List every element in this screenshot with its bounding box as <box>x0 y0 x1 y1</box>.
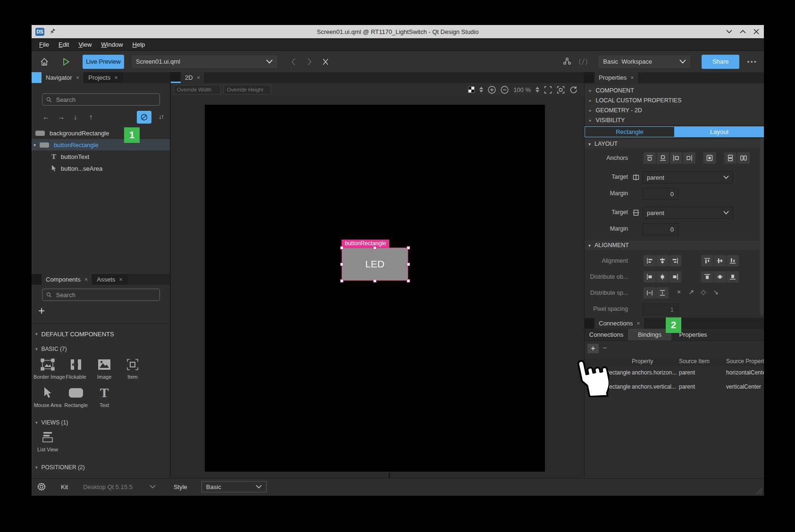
qml-screen[interactable]: buttonRectangle LED <box>205 105 545 472</box>
align-left-button[interactable] <box>644 255 656 266</box>
tab-2d[interactable]: 2D× <box>181 72 205 83</box>
background-spinner[interactable] <box>479 87 483 92</box>
section-positioner[interactable]: ▾ POSITIONER (2) <box>32 463 170 472</box>
kit-settings-button[interactable] <box>33 479 50 494</box>
subtab-bindings[interactable]: Bindings <box>628 329 671 341</box>
spacing-none-icon[interactable]: × <box>673 288 685 296</box>
pixel-spacing-field[interactable]: 1 <box>643 303 678 316</box>
tree-item-buttonRectangle[interactable]: ▾ buttonRectangle <box>32 139 170 150</box>
override-width-input[interactable] <box>174 85 221 94</box>
section-visibility[interactable]: ▸VISIBILITY <box>585 115 764 125</box>
menu-edit[interactable]: Edit <box>54 41 74 48</box>
menu-window[interactable]: Window <box>96 41 127 48</box>
panel-drag-handle[interactable] <box>32 72 42 83</box>
close-tab-icon[interactable]: × <box>84 276 88 283</box>
distribute-top-button[interactable] <box>701 271 713 283</box>
live-preview-button[interactable]: Live Preview <box>83 55 124 69</box>
subtab-connections[interactable]: Connections <box>585 329 628 341</box>
section-local-custom-properties[interactable]: ▸LOCAL CUSTOM PROPERTIES <box>585 95 764 106</box>
close-document-icon[interactable] <box>318 54 334 69</box>
background-color-swatch[interactable] <box>468 86 475 93</box>
remove-binding-button[interactable]: − <box>603 344 607 352</box>
align-horizontal-center-button[interactable] <box>656 255 669 266</box>
tab-connections[interactable]: Connections× <box>594 318 645 329</box>
section-default-components[interactable]: ▾ DEFAULT COMPONENTS <box>32 329 170 339</box>
window-resize-grip[interactable] <box>755 487 763 495</box>
selection-handle[interactable] <box>407 263 410 266</box>
button-rectangle[interactable]: LED <box>342 248 408 281</box>
section-basic[interactable]: ▾ BASIC (7) <box>32 344 170 354</box>
tab-assets[interactable]: Assets× <box>92 274 127 285</box>
anchor-bottom-button[interactable] <box>657 152 669 164</box>
tab-rectangle[interactable]: Rectangle <box>585 126 675 137</box>
section-geometry-2d[interactable]: ▸GEOMETRY - 2D <box>585 105 764 116</box>
move-left-icon[interactable]: ← <box>42 113 50 121</box>
kit-dropdown[interactable]: Desktop Qt 5.15.5 <box>83 483 133 490</box>
maximize-button[interactable] <box>740 30 746 33</box>
fit-to-screen-icon[interactable] <box>544 86 552 94</box>
component-list-view[interactable]: List View <box>33 430 62 452</box>
properties-scrollbar[interactable] <box>760 138 763 315</box>
navigator-search-input[interactable] <box>55 96 156 104</box>
distribute-left-button[interactable] <box>644 271 656 283</box>
chevron-down-icon[interactable] <box>150 485 156 489</box>
selection-handle[interactable] <box>373 279 377 283</box>
spacing-down-right-icon[interactable]: ↘ <box>710 288 721 296</box>
tree-item-backgroundRectangle[interactable]: backgroundRectangle <box>32 127 170 139</box>
margin-field[interactable]: 0 <box>643 223 678 235</box>
sort-order-icon[interactable]: ↓↑ <box>159 113 163 120</box>
close-tab-icon[interactable]: × <box>630 74 634 81</box>
zoom-spinner[interactable] <box>536 87 539 92</box>
zoom-in-icon[interactable] <box>488 86 496 94</box>
component-border-image[interactable]: Border Image <box>33 357 62 380</box>
close-tab-icon[interactable]: × <box>119 276 123 283</box>
canvas-viewport[interactable]: buttonRectangle LED <box>171 96 584 480</box>
minimize-button[interactable] <box>726 30 732 33</box>
anchor-vertical-center-button[interactable] <box>724 152 736 164</box>
component-image[interactable]: Image <box>90 357 118 380</box>
distribute-right-button[interactable] <box>669 271 681 283</box>
distribute-vertical-center-button[interactable] <box>714 271 726 283</box>
anchor-horizontal-center-button[interactable] <box>737 152 750 164</box>
run-button[interactable] <box>58 54 74 69</box>
align-vertical-center-button[interactable] <box>714 255 726 266</box>
zoom-selection-icon[interactable] <box>557 86 565 94</box>
distribute-spacing-horizontal-button[interactable] <box>644 287 656 299</box>
workspaces-icon[interactable] <box>559 54 575 69</box>
share-button[interactable]: Share <box>702 55 739 69</box>
align-right-button[interactable] <box>669 255 681 266</box>
move-down-icon[interactable]: ↓ <box>74 113 77 121</box>
tree-item-buttonMouseArea[interactable]: button...seArea <box>32 163 170 174</box>
spacing-diamond-icon[interactable]: ◇ <box>698 288 709 296</box>
forward-button[interactable] <box>301 54 318 69</box>
navigator-search[interactable] <box>42 93 160 106</box>
component-mouse-area[interactable]: Mouse Area <box>33 385 62 408</box>
binding-row[interactable]: buttonRectangle anchors.horizon... paren… <box>585 369 764 379</box>
spacing-up-right-icon[interactable]: ↗ <box>686 288 697 296</box>
panel-drag-handle[interactable] <box>171 72 181 83</box>
close-tab-icon[interactable]: × <box>636 320 640 327</box>
menu-file[interactable]: File <box>34 41 54 48</box>
menu-help[interactable]: Help <box>128 41 150 48</box>
margin-field[interactable]: 0 <box>643 188 678 200</box>
tree-item-buttonText[interactable]: T buttonText <box>32 151 170 162</box>
close-tab-icon[interactable]: × <box>76 74 80 81</box>
distribute-bottom-button[interactable] <box>727 271 739 283</box>
tab-navigator[interactable]: Navigator× <box>42 72 84 83</box>
collapse-caret-icon[interactable]: ▾ <box>33 142 36 148</box>
tab-properties[interactable]: Properties× <box>594 72 639 83</box>
tab-components[interactable]: Components× <box>42 274 92 285</box>
distribute-spacing-vertical-button[interactable] <box>656 287 669 299</box>
target-dropdown[interactable]: parent <box>643 171 733 183</box>
binding-row[interactable]: buttonRectangle anchors.vertical... pare… <box>585 383 764 393</box>
anchor-fill-button[interactable] <box>703 152 716 164</box>
distribute-horizontal-center-button[interactable] <box>656 271 669 283</box>
selection-handle[interactable] <box>373 246 377 249</box>
selection-handle[interactable] <box>340 263 343 266</box>
open-file-dropdown[interactable]: Screen01.ui.qml <box>131 55 278 69</box>
component-item[interactable]: Item <box>118 357 147 380</box>
section-component[interactable]: ▸COMPONENT <box>585 85 764 96</box>
refresh-icon[interactable] <box>569 86 577 94</box>
zoom-out-icon[interactable] <box>501 86 509 94</box>
override-height-input[interactable] <box>224 85 271 94</box>
